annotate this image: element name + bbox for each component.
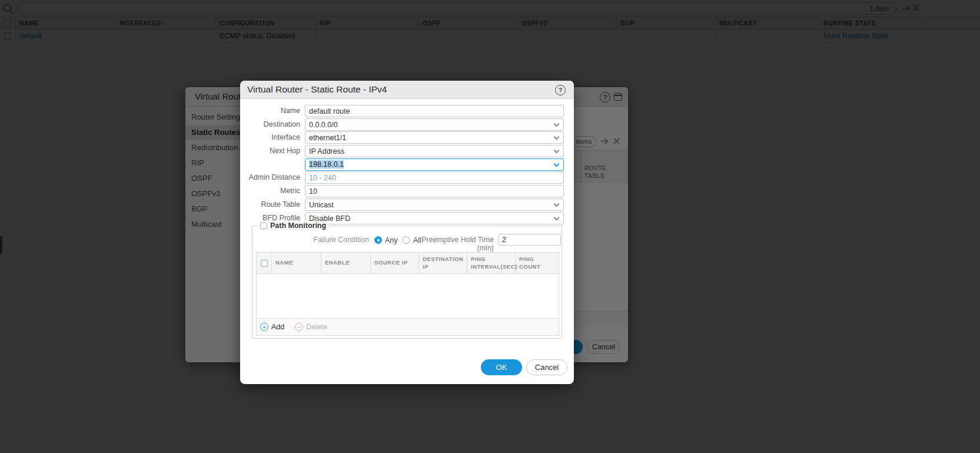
preemptive-hold-time-label: Preemptive Hold Time (min) <box>411 236 494 252</box>
next-hop-select[interactable] <box>305 145 564 157</box>
failure-all-radio[interactable] <box>403 236 410 244</box>
metric-input[interactable] <box>305 185 564 197</box>
path-monitoring-section: Path Monitoring Failure Condition Any Al… <box>252 226 562 339</box>
metric-label: Metric <box>240 185 300 197</box>
interface-label: Interface <box>240 131 300 144</box>
add-button[interactable]: + Add <box>260 323 284 331</box>
destination-label: Destination <box>240 118 300 131</box>
cancel-button[interactable]: Cancel <box>526 359 567 375</box>
pm-col-name[interactable]: NAME <box>272 253 321 273</box>
minus-icon: − <box>295 323 303 331</box>
failure-any-label: Any <box>385 236 398 244</box>
pm-col-ping-count[interactable]: PING COUNT <box>516 253 559 273</box>
route-table-label: Route Table <box>240 199 300 211</box>
path-monitoring-table: NAME ENABLE SOURCE IP DESTINATION IP PIN… <box>256 252 559 336</box>
left-edge-notch <box>0 236 2 254</box>
preemptive-hold-time-input[interactable] <box>498 234 561 246</box>
admin-distance-label: Admin Distance <box>240 171 300 184</box>
modal-header: Virtual Router - Static Route - IPv4 ? <box>240 81 574 99</box>
pm-col-ping-interval[interactable]: PING INTERVAL(SEC) <box>467 253 516 273</box>
pm-col-destination-ip[interactable]: DESTINATION IP <box>419 253 467 273</box>
plus-icon: + <box>260 323 268 331</box>
next-hop-ip-input[interactable]: 198.18.0.1 <box>305 158 564 171</box>
ok-button[interactable]: OK <box>481 359 522 375</box>
name-input[interactable] <box>305 105 564 117</box>
pm-select-all-checkbox[interactable] <box>257 253 272 273</box>
pm-table-body <box>257 274 559 318</box>
admin-distance-input[interactable] <box>305 171 564 184</box>
path-monitoring-checkbox[interactable] <box>260 222 267 229</box>
next-hop-label: Next Hop <box>240 145 300 157</box>
name-label: Name <box>240 105 300 117</box>
modal-title: Virtual Router - Static Route - IPv4 <box>247 84 387 95</box>
interface-input[interactable] <box>305 131 564 144</box>
bfd-profile-select[interactable] <box>305 212 564 224</box>
destination-input[interactable] <box>305 118 564 131</box>
route-table-select[interactable] <box>305 199 564 211</box>
path-monitoring-label: Path Monitoring <box>270 221 326 230</box>
selected-text: 198.18.0.1 <box>309 160 344 168</box>
pm-table-header: NAME ENABLE SOURCE IP DESTINATION IP PIN… <box>257 253 559 274</box>
help-icon[interactable]: ? <box>555 85 566 95</box>
pm-table-toolbar: + Add − Delete <box>257 318 559 335</box>
static-route-modal: Virtual Router - Static Route - IPv4 ? N… <box>240 81 574 384</box>
pm-col-source-ip[interactable]: SOURCE IP <box>371 253 419 273</box>
failure-any-radio[interactable] <box>374 236 382 244</box>
pm-col-enable[interactable]: ENABLE <box>321 253 371 273</box>
failure-condition-label: Failure Condition <box>288 236 369 244</box>
path-monitoring-legend: Path Monitoring <box>257 221 329 230</box>
delete-button[interactable]: − Delete <box>295 323 327 331</box>
screen: 1 item NAME INTERFACES CONFIGURATION RIP… <box>0 0 980 453</box>
